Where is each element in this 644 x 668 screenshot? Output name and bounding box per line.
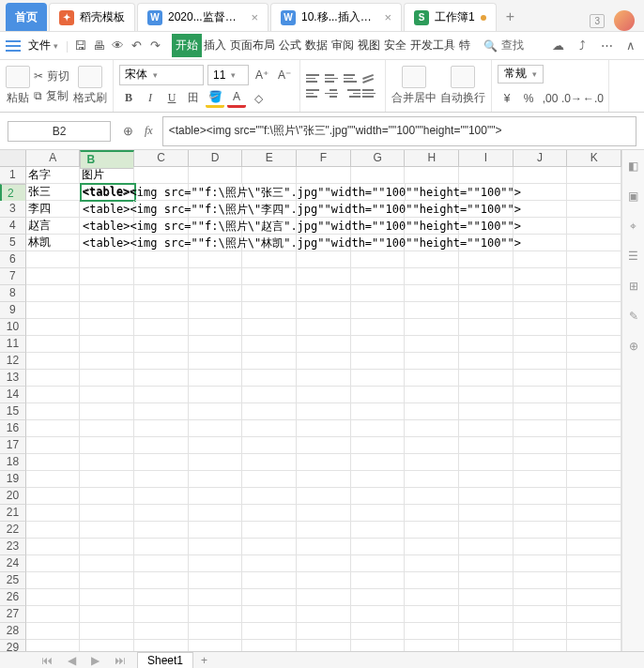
cell[interactable] [406,184,460,201]
cell[interactable] [514,454,568,471]
cell[interactable] [567,555,621,572]
align-center-icon[interactable] [325,87,342,100]
cell[interactable] [134,471,189,488]
cell[interactable] [189,268,243,285]
cell[interactable] [351,488,406,505]
cell[interactable] [459,437,514,454]
cell[interactable] [26,403,81,420]
panel-icon[interactable]: ☰ [628,250,638,263]
cell[interactable] [405,505,459,522]
cell[interactable] [297,437,351,454]
cell[interactable] [405,201,459,218]
cell[interactable] [134,302,189,319]
cell[interactable] [189,201,243,218]
menu-special[interactable]: 特 [457,34,472,57]
cell[interactable] [134,437,189,454]
cell[interactable] [134,623,189,640]
cell[interactable] [242,167,297,184]
cell[interactable] [567,403,621,420]
cell[interactable] [242,201,297,218]
cell[interactable] [297,572,351,589]
cell[interactable] [242,235,297,251]
sheet-nav-last[interactable]: ⏭ [111,654,130,667]
cell[interactable] [567,268,621,285]
cell[interactable] [242,623,297,640]
cell[interactable] [80,589,134,606]
cell[interactable] [351,353,406,370]
cell[interactable] [189,572,243,589]
cell[interactable] [459,218,514,235]
cell[interactable] [189,623,243,640]
cell[interactable] [567,336,621,353]
cell[interactable] [405,370,459,387]
cell[interactable] [459,403,514,420]
panel-icon[interactable]: ✎ [629,310,638,323]
row-header[interactable]: 25 [0,572,26,589]
collapse-icon[interactable]: ∧ [623,38,638,53]
cell[interactable] [351,606,406,623]
cell[interactable] [26,285,81,302]
cell[interactable] [242,403,297,420]
cell[interactable] [567,387,621,403]
cell[interactable]: 林凯 [26,235,81,251]
cell[interactable] [242,268,297,285]
cell[interactable] [514,370,568,387]
cell[interactable] [297,167,351,184]
cell[interactable] [297,235,351,251]
row-header[interactable]: 12 [0,353,26,370]
border-button[interactable]: 田 [184,89,203,108]
cell[interactable] [297,606,351,623]
cell[interactable] [134,522,189,539]
col-header[interactable]: D [189,150,243,166]
cell[interactable] [242,387,297,403]
cell[interactable] [80,623,134,640]
cell[interactable] [297,589,351,606]
cell[interactable] [567,285,621,302]
menu-insert[interactable]: 插入 [202,34,228,57]
panel-icon[interactable]: ⊞ [629,280,638,293]
zoom-icon[interactable]: ⊕ [120,124,135,139]
cell[interactable] [242,555,297,572]
search-box[interactable]: 🔍 查找 [483,38,524,53]
cell[interactable] [514,268,568,285]
avatar[interactable] [614,10,635,31]
cell[interactable] [26,387,81,403]
cell[interactable] [405,555,459,572]
cell[interactable] [26,640,81,651]
cell[interactable] [189,488,243,505]
cell[interactable] [26,522,81,539]
orientation-icon[interactable] [362,72,379,85]
cell[interactable] [189,387,243,403]
tab-doc-2[interactable]: W 10.移...插入图片 × [270,3,402,31]
cell[interactable] [189,471,243,488]
cell[interactable]: 名字 [26,167,81,184]
cell[interactable] [351,268,406,285]
cell[interactable] [189,370,243,387]
font-select[interactable]: 宋体▾ [119,65,204,85]
cell[interactable] [80,420,134,437]
cell[interactable] [297,623,351,640]
preview-icon[interactable]: 👁 [110,38,125,53]
cell[interactable] [189,640,243,651]
cell[interactable] [351,387,406,403]
cloud-icon[interactable]: ☁ [550,38,565,53]
cell[interactable] [297,403,351,420]
cell[interactable] [405,285,459,302]
col-header[interactable]: J [514,150,568,166]
cell[interactable] [242,471,297,488]
cell[interactable] [514,353,568,370]
cell[interactable] [80,201,134,218]
cell[interactable] [297,522,351,539]
cell[interactable] [134,336,189,353]
menu-data[interactable]: 数据 [303,34,330,57]
cell[interactable] [134,268,189,285]
cell[interactable] [405,572,459,589]
cell[interactable] [459,235,514,251]
cell[interactable] [189,218,243,235]
cell[interactable]: 李四 [26,201,81,218]
cell[interactable] [405,522,459,539]
cell[interactable] [567,218,621,235]
cell[interactable] [351,302,406,319]
cell[interactable] [80,353,134,370]
cell[interactable] [514,471,568,488]
